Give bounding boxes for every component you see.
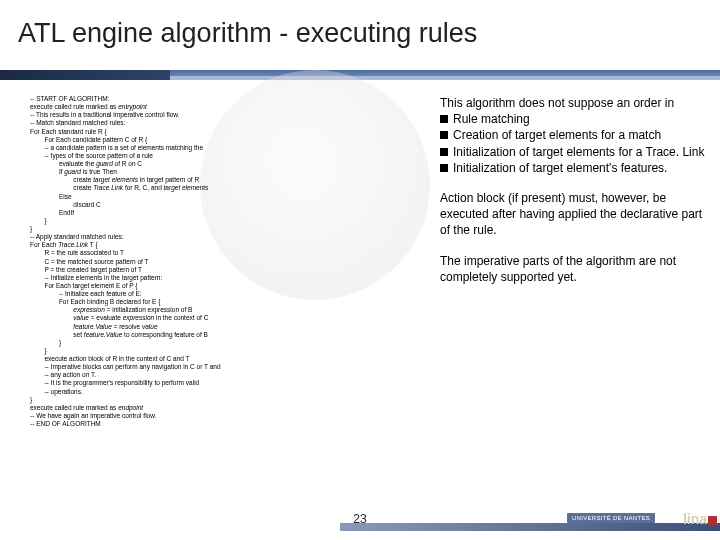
- page-title: ATL engine algorithm - executing rules: [0, 0, 720, 57]
- bullet-3: Initialization of target elements for a …: [440, 144, 705, 160]
- university-logo: UNIVERSITÉ DE NANTES: [567, 513, 655, 523]
- lina-logo: lina: [683, 511, 717, 527]
- slide: ATL engine algorithm - executing rules -…: [0, 0, 720, 540]
- footer: 23 UNIVERSITÉ DE NANTES lina: [0, 514, 720, 532]
- para-1-intro: This algorithm does not suppose an order…: [440, 95, 705, 111]
- commentary: This algorithm does not suppose an order…: [440, 95, 705, 299]
- footer-bar: [340, 523, 720, 531]
- square-bullet-icon: [440, 164, 448, 172]
- square-bullet-icon: [440, 131, 448, 139]
- square-bullet-icon: [440, 115, 448, 123]
- bullet-1: Rule matching: [440, 111, 705, 127]
- content-area: -- START OF ALGORITHM: execute called ru…: [0, 95, 720, 505]
- algorithm-listing: -- START OF ALGORITHM: execute called ru…: [30, 95, 410, 428]
- bullet-2: Creation of target elements for a match: [440, 127, 705, 143]
- para-2: Action block (if present) must, however,…: [440, 190, 705, 239]
- bullet-4: Initialization of target element's featu…: [440, 160, 705, 176]
- para-3: The imperative parts of the algorithm ar…: [440, 253, 705, 285]
- para-1: This algorithm does not suppose an order…: [440, 95, 705, 176]
- square-bullet-icon: [440, 148, 448, 156]
